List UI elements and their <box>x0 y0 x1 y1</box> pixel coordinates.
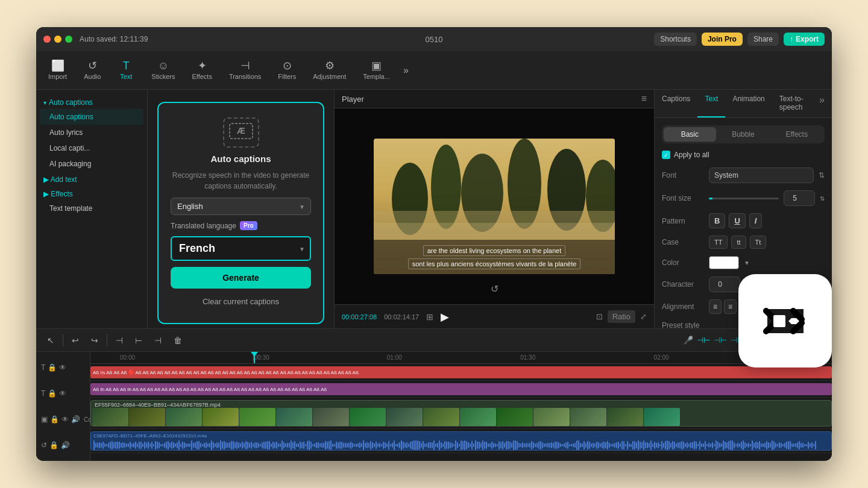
select-tool-button[interactable]: ↖ <box>43 333 58 348</box>
toolbar-text[interactable]: T Text <box>110 57 142 84</box>
shortcuts-button[interactable]: Shortcuts <box>654 33 697 46</box>
minimize-button[interactable] <box>54 36 61 43</box>
toolbar-more-button[interactable]: » <box>400 61 412 80</box>
reload-icon[interactable]: ↺ <box>491 283 498 295</box>
play-button[interactable]: ▶ <box>441 310 449 324</box>
lock-icon-2[interactable]: 🔒 <box>48 389 57 398</box>
bold-button[interactable]: B <box>709 213 725 228</box>
fullscreen-icon[interactable]: ⤢ <box>640 312 647 321</box>
sidebar-item-text-template[interactable]: Text template <box>40 201 143 216</box>
color-dropdown-icon[interactable]: ▼ <box>744 260 750 266</box>
ratio-button[interactable]: Ratio <box>608 310 635 323</box>
audio-icon-video[interactable]: 🔊 <box>71 415 80 424</box>
toolbar-filters[interactable]: ⊙ Filters <box>271 57 303 84</box>
join-pro-button[interactable]: Join Pro <box>702 33 743 46</box>
eye-icon-2[interactable]: 👁 <box>59 389 66 398</box>
tl-tool-5[interactable]: ⊡ <box>758 336 764 345</box>
style-tabs: Basic Bubble Effects <box>662 125 825 143</box>
toolbar-stickers[interactable]: ☺ Stickers <box>144 57 182 84</box>
undo-button[interactable]: ↩ <box>68 333 83 348</box>
toolbar-import[interactable]: ⬜ Import <box>41 57 74 84</box>
split-button[interactable]: ⊣ <box>112 333 127 348</box>
sidebar-item-auto-captions[interactable]: Auto captions <box>40 109 143 125</box>
tab-captions[interactable]: Captions <box>655 90 697 117</box>
trim-end-button[interactable]: ⊣ <box>151 333 165 348</box>
audio-mute-icon[interactable]: 🔊 <box>61 441 70 449</box>
align-justify-button[interactable]: ≡ <box>754 299 767 314</box>
caption-bar-1[interactable]: Aß Ils Aß Aß Aß 🔴 Aß Aß Aß Aß Aß Aß Aß A… <box>90 366 832 378</box>
lowercase-button[interactable]: tt <box>731 236 746 249</box>
sidebar-item-auto-lyrics[interactable]: Auto lyrics <box>40 125 143 140</box>
toolbar-templates[interactable]: ▣ Templa... <box>356 57 397 84</box>
italic-button[interactable]: I <box>749 213 763 228</box>
lock-icon-audio[interactable]: 🔒 <box>49 441 58 449</box>
title-bar-actions: Shortcuts Join Pro Share ↑ Export <box>654 33 825 46</box>
character-stepper[interactable]: ⇅ <box>745 281 750 288</box>
sidebar-section-auto-captions[interactable]: ▾ Auto captions <box>36 95 147 109</box>
tc-row-2: T 🔒 👁 <box>36 385 90 402</box>
sidebar-section-add-text[interactable]: ▶ Add text <box>36 172 147 186</box>
generate-button[interactable]: Generate <box>171 267 311 289</box>
delete-button[interactable]: 🗑 <box>170 333 186 348</box>
sidebar-item-local-captions[interactable]: Local capti... <box>40 140 143 156</box>
share-button[interactable]: Share <box>747 33 779 46</box>
sidebar-section-effects[interactable]: ▶ Effects <box>36 186 147 201</box>
eye-icon-1[interactable]: 👁 <box>59 363 66 372</box>
tabs-more-icon[interactable]: » <box>812 90 832 117</box>
video-track-bar[interactable]: EF55F902–6884–40E9–BB91–434ABF67897B.mp4 <box>90 400 832 427</box>
close-button[interactable] <box>43 36 51 43</box>
tl-tool-3[interactable]: ⊣⊢ <box>731 336 744 345</box>
style-tab-effects[interactable]: Effects <box>770 127 823 142</box>
style-tab-basic[interactable]: Basic <box>664 127 716 142</box>
tab-text[interactable]: Text <box>697 90 725 117</box>
style-tab-bubble[interactable]: Bubble <box>717 127 770 142</box>
align-left-button[interactable]: ≡ <box>709 299 722 314</box>
audio-track-bar[interactable]: C9E97AFD–BD71–45FE–A962–E16243292310.m4a… <box>90 431 832 451</box>
caption-bar-2[interactable]: Aß th Aß Aß Aß th Aß Aß Aß Aß Aß Aß Aß A… <box>90 383 832 395</box>
tl-zoom-slider[interactable]: ——●—— <box>778 336 814 345</box>
export-button[interactable]: ↑ Export <box>784 33 825 46</box>
mic-icon[interactable]: 🎤 <box>684 336 693 345</box>
font-select[interactable]: System <box>709 167 814 183</box>
font-size-slider[interactable] <box>709 198 779 199</box>
font-size-input[interactable] <box>784 190 815 206</box>
timeline-right-tools: 🎤 ⊣⊢ ⊣⊢ ⊣⊢ ⇄ ⊡ ⊖ ——●—— ⊕ <box>684 336 825 345</box>
thumb-11 <box>460 408 496 426</box>
align-center-button[interactable]: ≡ <box>724 299 737 314</box>
timeline-controls: T 🔒 👁 T 🔒 👁 ▣ 🔒 👁 🔊 Cover ↺ <box>36 352 90 461</box>
toolbar-transitions[interactable]: ⊣ Transitions <box>222 57 268 84</box>
apply-all-checkbox[interactable]: ✓ <box>662 151 670 159</box>
screenshot-icon[interactable]: ⊡ <box>596 312 603 321</box>
lock-icon-video[interactable]: 🔒 <box>50 415 59 424</box>
toolbar-adjustment[interactable]: ⚙ Adjustment <box>306 57 353 84</box>
tl-tool-4[interactable]: ⇄ <box>747 336 754 345</box>
tl-tool-6[interactable]: ⊖ <box>768 336 775 345</box>
redo-button[interactable]: ↪ <box>87 333 102 348</box>
underline-button[interactable]: U <box>729 213 745 228</box>
sidebar-item-ai-packaging[interactable]: AI packaging <box>40 156 143 172</box>
font-size-stepper[interactable]: ⇅ <box>820 195 825 202</box>
repeat-icon[interactable]: ↺ <box>41 441 47 449</box>
trim-start-button[interactable]: ⊢ <box>131 333 146 348</box>
translated-language-value[interactable]: French <box>171 236 311 261</box>
clear-captions-button[interactable]: Clear current captions <box>200 295 281 308</box>
grid-icon[interactable]: ⊞ <box>426 312 433 322</box>
tl-tool-7[interactable]: ⊕ <box>818 336 825 345</box>
tl-tool-2[interactable]: ⊣⊢ <box>714 336 727 345</box>
align-right-button[interactable]: ≡ <box>739 299 752 314</box>
tl-tool-1[interactable]: ⊣⊢ <box>697 336 710 345</box>
lock-icon-1[interactable]: 🔒 <box>48 363 57 372</box>
uppercase-button[interactable]: TT <box>709 236 728 249</box>
tab-text-to-speech[interactable]: Text-to-speech <box>772 90 812 117</box>
font-label: Font <box>662 171 704 180</box>
eye-icon-video[interactable]: 👁 <box>61 415 69 424</box>
toolbar-effects[interactable]: ✦ Effects <box>184 57 219 84</box>
language-select[interactable]: English French Spanish <box>171 198 311 215</box>
character-spacing-input[interactable] <box>709 277 740 292</box>
tab-animation[interactable]: Animation <box>725 90 772 117</box>
toolbar-audio[interactable]: ↺ Audio <box>77 57 108 84</box>
titlecase-button[interactable]: Tt <box>750 236 767 249</box>
color-swatch[interactable] <box>709 256 739 269</box>
maximize-button[interactable] <box>65 36 72 43</box>
player-menu-icon[interactable]: ≡ <box>641 93 647 104</box>
